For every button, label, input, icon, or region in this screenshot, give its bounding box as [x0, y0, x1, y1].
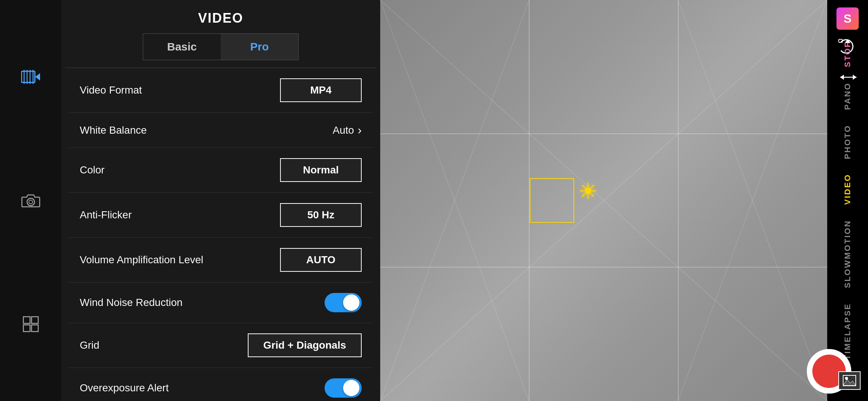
setting-row-white-balance: White Balance Auto › — [69, 113, 373, 148]
label-anti-flicker: Anti-Flicker — [80, 209, 132, 221]
svg-rect-11 — [32, 325, 38, 332]
svg-rect-10 — [23, 325, 30, 332]
sidebar-camera-icon[interactable] — [20, 189, 42, 212]
mode-photo[interactable]: PHOTO — [843, 117, 852, 167]
toggle-wind-noise[interactable] — [325, 293, 362, 312]
btn-volume-amp[interactable]: AUTO — [280, 248, 362, 272]
setting-row-volume-amp: Volume Amplification Level AUTO — [69, 238, 373, 283]
svg-point-7 — [29, 200, 33, 204]
mode-slowmotion[interactable]: SLOWMOTION — [843, 212, 852, 296]
setting-row-overexposure: Overexposure Alert — [69, 368, 373, 401]
svg-line-13 — [380, 0, 827, 401]
toggle-overexposure[interactable] — [325, 378, 362, 398]
tab-basic[interactable]: Basic — [143, 34, 221, 60]
toggle-knob-wind-noise — [343, 294, 359, 311]
label-volume-amp: Volume Amplification Level — [80, 254, 203, 266]
tabs-row: Basic Pro — [143, 33, 299, 60]
btn-grid[interactable]: Grid + Diagonals — [248, 333, 362, 357]
settings-panel: VIDEO Basic Pro Video Format MP4 White B… — [61, 0, 380, 401]
btn-color[interactable]: Normal — [280, 158, 362, 182]
setting-row-color: Color Normal — [69, 148, 373, 193]
grid-lines — [380, 0, 827, 401]
label-overexposure: Overexposure Alert — [80, 382, 169, 394]
sun-exposure-icon[interactable]: ☀ — [578, 178, 598, 204]
setting-row-wind-noise: Wind Noise Reduction — [69, 283, 373, 323]
settings-title: VIDEO — [61, 0, 380, 33]
sidebar-video-icon[interactable] — [20, 66, 42, 88]
camera-background: ☀ — [380, 0, 827, 401]
left-sidebar — [0, 0, 61, 401]
svg-line-17 — [678, 0, 827, 401]
btn-anti-flicker[interactable]: 50 Hz — [280, 203, 362, 227]
svg-rect-8 — [23, 317, 30, 323]
camera-viewfinder[interactable]: ☀ — [380, 0, 827, 401]
gallery-button[interactable] — [838, 371, 861, 390]
focus-box — [530, 178, 574, 223]
label-color: Color — [80, 164, 105, 176]
svg-line-16 — [380, 0, 529, 401]
svg-point-6 — [27, 198, 34, 206]
svg-line-15 — [678, 0, 827, 401]
white-balance-value: Auto — [333, 124, 354, 136]
btn-video-format[interactable]: MP4 — [280, 78, 362, 102]
diagonal-svg — [380, 0, 827, 401]
svg-line-14 — [380, 0, 529, 401]
svg-marker-1 — [35, 73, 40, 81]
tab-pro[interactable]: Pro — [221, 34, 298, 60]
btn-white-balance[interactable]: Auto › — [333, 123, 362, 137]
label-video-format: Video Format — [80, 84, 142, 96]
label-wind-noise: Wind Noise Reduction — [80, 297, 183, 309]
svg-rect-9 — [32, 317, 38, 323]
noise-overlay — [380, 0, 827, 401]
sidebar-grid-icon[interactable] — [20, 313, 42, 335]
setting-row-grid: Grid Grid + Diagonals — [69, 323, 373, 368]
mode-video[interactable]: VIDEO — [843, 166, 852, 212]
chevron-right-icon: › — [358, 123, 362, 137]
mode-stof[interactable]: STOF — [843, 34, 852, 75]
label-grid: Grid — [80, 339, 99, 351]
svg-point-24 — [845, 377, 848, 380]
setting-row-video-format: Video Format MP4 — [69, 68, 373, 113]
settings-rows: Video Format MP4 White Balance Auto › Co… — [61, 68, 380, 401]
svg-line-12 — [380, 0, 827, 401]
right-sidebar: S STOF PANO PHOTO VIDEO SLOWMOTION TIMEL… — [827, 0, 868, 401]
label-white-balance: White Balance — [80, 124, 147, 136]
mode-pano[interactable]: PANO — [843, 75, 852, 117]
svg-marker-23 — [843, 379, 856, 385]
toggle-knob-overexposure — [343, 380, 359, 396]
setting-row-anti-flicker: Anti-Flicker 50 Hz — [69, 193, 373, 238]
mode-labels: STOF PANO PHOTO VIDEO SLOWMOTION TIMELAP… — [827, 0, 868, 401]
